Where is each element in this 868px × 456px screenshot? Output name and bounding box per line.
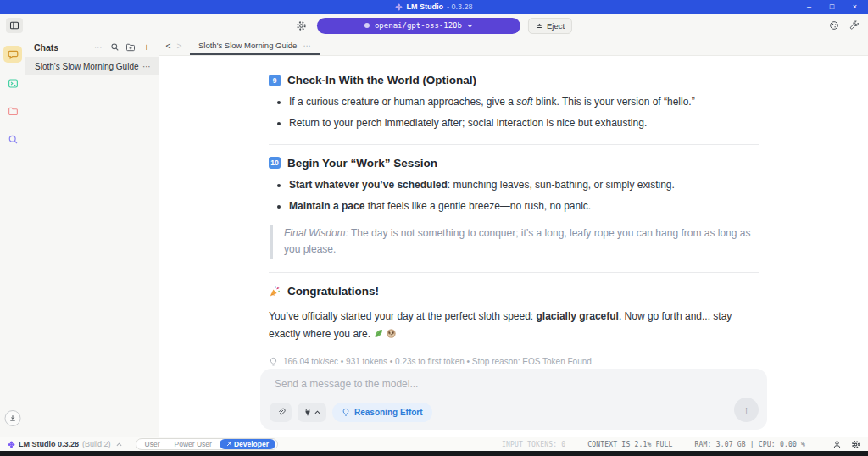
congratulations-heading: Congratulations! xyxy=(269,285,759,298)
statusbar-build: (Build 2) xyxy=(82,440,111,448)
panel-toggle-icon xyxy=(9,20,19,31)
send-button[interactable]: ↑ xyxy=(734,398,759,422)
list-item: Return to your perch immediately after; … xyxy=(289,116,759,131)
main-area: < > Sloth's Slow Morning Guide ⋯ 9 Check… xyxy=(159,37,868,437)
nav-developer-button[interactable] xyxy=(4,75,21,91)
keycap-9-emoji: 9 xyxy=(269,75,281,86)
left-rail xyxy=(0,37,25,437)
chats-search-button[interactable] xyxy=(107,41,122,54)
tab-bar: < > Sloth's Slow Morning Guide ⋯ xyxy=(159,37,868,56)
theme-button[interactable] xyxy=(829,20,839,31)
mode-user[interactable]: User xyxy=(138,439,167,449)
reasoning-effort-chip[interactable]: Reasoning Effort xyxy=(332,403,432,422)
chat-bubble-icon xyxy=(8,49,19,60)
heading-text: Check-In With the World (Optional) xyxy=(287,74,476,86)
chevron-up-icon xyxy=(314,410,320,414)
statusbar-right: INPUT TOKENS: 0 CONTEXT IS 2.1% FULL RAM… xyxy=(502,440,860,449)
new-folder-button[interactable] xyxy=(123,41,138,54)
generation-stats: 166.04 tok/sec • 931 tokens • 0.23s to f… xyxy=(269,357,759,367)
mode-switcher: User Power User Developer xyxy=(136,438,278,450)
window-version: - 0.3.28 xyxy=(447,0,473,14)
eject-label: Eject xyxy=(547,21,565,31)
lmstudio-logo-icon xyxy=(8,441,15,448)
minimize-button[interactable]: – xyxy=(798,0,821,14)
lightbulb-icon xyxy=(269,357,278,367)
mode-power-user[interactable]: Power User xyxy=(167,439,218,449)
chats-panel: Chats ⋯ + Sloth's Slow Morning Guide ⋯ xyxy=(25,37,159,437)
nav-back-button[interactable]: < xyxy=(163,37,174,55)
gear-icon xyxy=(851,440,860,449)
model-selector-button[interactable]: openai/gpt-oss-120b xyxy=(317,18,520,34)
nav-forward-button[interactable]: > xyxy=(174,37,185,55)
settings-button[interactable] xyxy=(851,440,860,449)
developer-tools-button[interactable] xyxy=(849,20,860,31)
final-paragraph: You’ve officially started your day at th… xyxy=(269,308,759,342)
nav-my-models-button[interactable] xyxy=(4,103,21,119)
sidebar-toggle-button[interactable] xyxy=(6,18,23,33)
eject-model-button[interactable]: Eject xyxy=(528,18,572,34)
ram-cpu-readout: RAM: 3.07 GB | CPU: 0.00 % xyxy=(695,441,805,448)
user-account-button[interactable] xyxy=(832,440,842,449)
downloads-button[interactable] xyxy=(5,410,21,426)
stats-text: 166.04 tok/sec • 931 tokens • 0.23s to f… xyxy=(283,357,592,366)
chats-more-button[interactable]: ⋯ xyxy=(91,41,106,54)
bullet-list: If a curious creature or human approache… xyxy=(269,95,759,131)
chat-list-item[interactable]: Sloth's Slow Morning Guide ⋯ xyxy=(25,57,159,75)
nav-chat-button[interactable] xyxy=(3,46,22,63)
send-arrow-icon: ↑ xyxy=(743,403,749,416)
message-input[interactable] xyxy=(275,378,715,393)
taskbar-strip xyxy=(0,451,868,456)
theme-icon xyxy=(829,20,839,31)
divider xyxy=(269,144,759,145)
window-title: LM Studio xyxy=(406,0,443,14)
statusbar-icons xyxy=(832,440,860,449)
new-chat-button[interactable]: + xyxy=(139,41,154,54)
lmstudio-logo-icon xyxy=(395,3,403,11)
bullet-list: Start whatever you’ve scheduled: munchin… xyxy=(269,178,759,214)
statusbar-left: LM Studio 0.3.28 (Build 2) xyxy=(8,440,122,448)
message-composer: Reasoning Effort ↑ xyxy=(260,369,767,430)
maximize-button[interactable]: □ xyxy=(821,0,843,14)
nav-discover-button[interactable] xyxy=(4,131,21,147)
tab-sloths-slow-morning-guide[interactable]: Sloth's Slow Morning Guide ⋯ xyxy=(190,37,320,55)
reasoning-effort-label: Reasoning Effort xyxy=(354,408,423,417)
model-name: openai/gpt-oss-120b xyxy=(375,21,462,30)
folder-plus-icon xyxy=(125,42,136,53)
input-tokens-readout: INPUT TOKENS: 0 xyxy=(502,441,565,448)
plugins-button[interactable] xyxy=(298,403,326,422)
final-wisdom-quote: Final Wisdom: The day is not something t… xyxy=(270,225,759,260)
list-item: If a curious creature or human approache… xyxy=(289,95,759,109)
chats-panel-title: Chats xyxy=(34,42,90,53)
lm-studio-window: LM Studio - 0.3.28 – □ × openai/gpt-oss-… xyxy=(0,0,868,456)
gear-icon xyxy=(296,20,307,31)
model-status-dot-icon xyxy=(364,23,370,28)
composer-tools: Reasoning Effort xyxy=(270,403,432,422)
titlebar: LM Studio - 0.3.28 – □ × xyxy=(0,0,868,14)
attach-file-button[interactable] xyxy=(270,403,292,422)
search-icon xyxy=(110,42,120,52)
developer-arrow-icon xyxy=(226,442,231,447)
context-readout: CONTEXT IS 2.1% FULL xyxy=(587,441,672,448)
section-heading-10: 10 Begin Your “Work” Session xyxy=(269,157,759,170)
wrench-icon xyxy=(849,20,860,31)
chevron-down-icon xyxy=(467,24,473,28)
close-button[interactable]: × xyxy=(843,0,866,14)
chevron-up-icon[interactable] xyxy=(116,442,122,447)
lightbulb-icon xyxy=(342,408,350,417)
toolbar-center: openai/gpt-oss-120b Eject xyxy=(296,14,572,37)
heading-text: Congratulations! xyxy=(287,285,379,298)
tab-more-button[interactable]: ⋯ xyxy=(303,41,311,50)
chats-header: Chats ⋯ + xyxy=(25,37,159,57)
terminal-icon xyxy=(8,78,19,89)
folder-icon xyxy=(8,106,19,117)
chat-item-more-button[interactable]: ⋯ xyxy=(142,62,151,71)
model-settings-button[interactable] xyxy=(296,20,307,31)
statusbar-app-version: LM Studio 0.3.28 xyxy=(19,440,79,448)
mode-developer[interactable]: Developer xyxy=(220,439,275,449)
plug-icon xyxy=(303,408,312,417)
status-bar: LM Studio 0.3.28 (Build 2) User Power Us… xyxy=(0,437,868,451)
list-item: Maintain a pace that feels like a gentle… xyxy=(289,199,759,214)
paperclip-icon xyxy=(276,408,286,417)
party-popper-emoji xyxy=(269,286,281,298)
titlebar-brand: LM Studio - 0.3.28 xyxy=(395,0,472,14)
